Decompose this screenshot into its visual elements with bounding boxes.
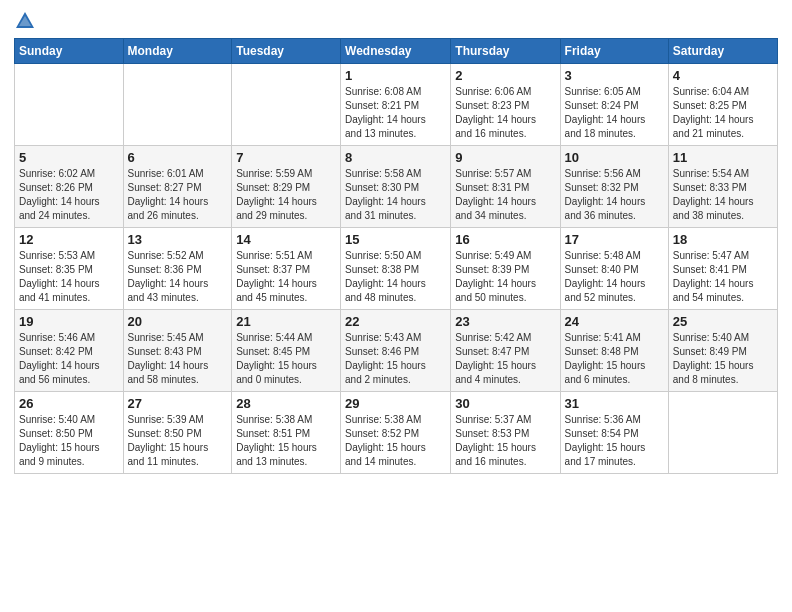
day-number: 15 bbox=[345, 232, 446, 247]
calendar-cell: 19Sunrise: 5:46 AM Sunset: 8:42 PM Dayli… bbox=[15, 310, 124, 392]
day-number: 22 bbox=[345, 314, 446, 329]
day-info: Sunrise: 5:38 AM Sunset: 8:51 PM Dayligh… bbox=[236, 413, 336, 469]
day-info: Sunrise: 5:58 AM Sunset: 8:30 PM Dayligh… bbox=[345, 167, 446, 223]
day-number: 18 bbox=[673, 232, 773, 247]
day-number: 8 bbox=[345, 150, 446, 165]
day-number: 14 bbox=[236, 232, 336, 247]
day-info: Sunrise: 6:06 AM Sunset: 8:23 PM Dayligh… bbox=[455, 85, 555, 141]
calendar-cell: 25Sunrise: 5:40 AM Sunset: 8:49 PM Dayli… bbox=[668, 310, 777, 392]
calendar-cell: 17Sunrise: 5:48 AM Sunset: 8:40 PM Dayli… bbox=[560, 228, 668, 310]
calendar-cell bbox=[232, 64, 341, 146]
day-info: Sunrise: 5:46 AM Sunset: 8:42 PM Dayligh… bbox=[19, 331, 119, 387]
calendar-cell bbox=[123, 64, 232, 146]
logo-icon bbox=[14, 10, 36, 32]
calendar-cell: 28Sunrise: 5:38 AM Sunset: 8:51 PM Dayli… bbox=[232, 392, 341, 474]
day-number: 16 bbox=[455, 232, 555, 247]
day-number: 24 bbox=[565, 314, 664, 329]
day-header: Friday bbox=[560, 39, 668, 64]
calendar-week-row: 1Sunrise: 6:08 AM Sunset: 8:21 PM Daylig… bbox=[15, 64, 778, 146]
day-number: 21 bbox=[236, 314, 336, 329]
day-number: 20 bbox=[128, 314, 228, 329]
calendar-week-row: 12Sunrise: 5:53 AM Sunset: 8:35 PM Dayli… bbox=[15, 228, 778, 310]
day-info: Sunrise: 5:40 AM Sunset: 8:49 PM Dayligh… bbox=[673, 331, 773, 387]
calendar-cell: 8Sunrise: 5:58 AM Sunset: 8:30 PM Daylig… bbox=[341, 146, 451, 228]
calendar: SundayMondayTuesdayWednesdayThursdayFrid… bbox=[14, 38, 778, 474]
day-number: 11 bbox=[673, 150, 773, 165]
calendar-cell: 5Sunrise: 6:02 AM Sunset: 8:26 PM Daylig… bbox=[15, 146, 124, 228]
calendar-cell: 27Sunrise: 5:39 AM Sunset: 8:50 PM Dayli… bbox=[123, 392, 232, 474]
day-info: Sunrise: 5:45 AM Sunset: 8:43 PM Dayligh… bbox=[128, 331, 228, 387]
day-info: Sunrise: 5:49 AM Sunset: 8:39 PM Dayligh… bbox=[455, 249, 555, 305]
calendar-cell: 4Sunrise: 6:04 AM Sunset: 8:25 PM Daylig… bbox=[668, 64, 777, 146]
day-number: 25 bbox=[673, 314, 773, 329]
calendar-cell: 1Sunrise: 6:08 AM Sunset: 8:21 PM Daylig… bbox=[341, 64, 451, 146]
day-number: 17 bbox=[565, 232, 664, 247]
day-info: Sunrise: 5:42 AM Sunset: 8:47 PM Dayligh… bbox=[455, 331, 555, 387]
calendar-cell: 7Sunrise: 5:59 AM Sunset: 8:29 PM Daylig… bbox=[232, 146, 341, 228]
calendar-week-row: 19Sunrise: 5:46 AM Sunset: 8:42 PM Dayli… bbox=[15, 310, 778, 392]
day-number: 6 bbox=[128, 150, 228, 165]
calendar-cell: 22Sunrise: 5:43 AM Sunset: 8:46 PM Dayli… bbox=[341, 310, 451, 392]
day-header: Sunday bbox=[15, 39, 124, 64]
day-info: Sunrise: 5:47 AM Sunset: 8:41 PM Dayligh… bbox=[673, 249, 773, 305]
calendar-cell: 11Sunrise: 5:54 AM Sunset: 8:33 PM Dayli… bbox=[668, 146, 777, 228]
day-number: 3 bbox=[565, 68, 664, 83]
day-info: Sunrise: 5:56 AM Sunset: 8:32 PM Dayligh… bbox=[565, 167, 664, 223]
calendar-cell: 30Sunrise: 5:37 AM Sunset: 8:53 PM Dayli… bbox=[451, 392, 560, 474]
day-info: Sunrise: 5:40 AM Sunset: 8:50 PM Dayligh… bbox=[19, 413, 119, 469]
day-info: Sunrise: 6:05 AM Sunset: 8:24 PM Dayligh… bbox=[565, 85, 664, 141]
calendar-cell: 31Sunrise: 5:36 AM Sunset: 8:54 PM Dayli… bbox=[560, 392, 668, 474]
day-header: Tuesday bbox=[232, 39, 341, 64]
day-number: 29 bbox=[345, 396, 446, 411]
day-info: Sunrise: 5:48 AM Sunset: 8:40 PM Dayligh… bbox=[565, 249, 664, 305]
day-info: Sunrise: 5:43 AM Sunset: 8:46 PM Dayligh… bbox=[345, 331, 446, 387]
day-header: Saturday bbox=[668, 39, 777, 64]
day-info: Sunrise: 5:51 AM Sunset: 8:37 PM Dayligh… bbox=[236, 249, 336, 305]
calendar-cell: 24Sunrise: 5:41 AM Sunset: 8:48 PM Dayli… bbox=[560, 310, 668, 392]
calendar-cell: 10Sunrise: 5:56 AM Sunset: 8:32 PM Dayli… bbox=[560, 146, 668, 228]
calendar-cell: 26Sunrise: 5:40 AM Sunset: 8:50 PM Dayli… bbox=[15, 392, 124, 474]
calendar-cell: 6Sunrise: 6:01 AM Sunset: 8:27 PM Daylig… bbox=[123, 146, 232, 228]
day-number: 2 bbox=[455, 68, 555, 83]
logo bbox=[14, 10, 40, 32]
calendar-cell: 23Sunrise: 5:42 AM Sunset: 8:47 PM Dayli… bbox=[451, 310, 560, 392]
day-info: Sunrise: 5:59 AM Sunset: 8:29 PM Dayligh… bbox=[236, 167, 336, 223]
day-header: Wednesday bbox=[341, 39, 451, 64]
calendar-cell: 21Sunrise: 5:44 AM Sunset: 8:45 PM Dayli… bbox=[232, 310, 341, 392]
day-info: Sunrise: 5:39 AM Sunset: 8:50 PM Dayligh… bbox=[128, 413, 228, 469]
day-number: 4 bbox=[673, 68, 773, 83]
day-info: Sunrise: 5:54 AM Sunset: 8:33 PM Dayligh… bbox=[673, 167, 773, 223]
day-info: Sunrise: 5:50 AM Sunset: 8:38 PM Dayligh… bbox=[345, 249, 446, 305]
day-info: Sunrise: 5:36 AM Sunset: 8:54 PM Dayligh… bbox=[565, 413, 664, 469]
day-info: Sunrise: 5:53 AM Sunset: 8:35 PM Dayligh… bbox=[19, 249, 119, 305]
days-header-row: SundayMondayTuesdayWednesdayThursdayFrid… bbox=[15, 39, 778, 64]
day-number: 5 bbox=[19, 150, 119, 165]
calendar-cell bbox=[668, 392, 777, 474]
calendar-cell bbox=[15, 64, 124, 146]
day-info: Sunrise: 5:41 AM Sunset: 8:48 PM Dayligh… bbox=[565, 331, 664, 387]
calendar-cell: 16Sunrise: 5:49 AM Sunset: 8:39 PM Dayli… bbox=[451, 228, 560, 310]
calendar-cell: 15Sunrise: 5:50 AM Sunset: 8:38 PM Dayli… bbox=[341, 228, 451, 310]
day-info: Sunrise: 5:38 AM Sunset: 8:52 PM Dayligh… bbox=[345, 413, 446, 469]
header bbox=[14, 10, 778, 32]
day-number: 10 bbox=[565, 150, 664, 165]
calendar-week-row: 5Sunrise: 6:02 AM Sunset: 8:26 PM Daylig… bbox=[15, 146, 778, 228]
calendar-cell: 29Sunrise: 5:38 AM Sunset: 8:52 PM Dayli… bbox=[341, 392, 451, 474]
day-info: Sunrise: 5:52 AM Sunset: 8:36 PM Dayligh… bbox=[128, 249, 228, 305]
day-header: Thursday bbox=[451, 39, 560, 64]
calendar-cell: 14Sunrise: 5:51 AM Sunset: 8:37 PM Dayli… bbox=[232, 228, 341, 310]
day-info: Sunrise: 6:01 AM Sunset: 8:27 PM Dayligh… bbox=[128, 167, 228, 223]
calendar-cell: 3Sunrise: 6:05 AM Sunset: 8:24 PM Daylig… bbox=[560, 64, 668, 146]
day-number: 26 bbox=[19, 396, 119, 411]
day-number: 27 bbox=[128, 396, 228, 411]
day-number: 9 bbox=[455, 150, 555, 165]
day-number: 23 bbox=[455, 314, 555, 329]
day-number: 1 bbox=[345, 68, 446, 83]
day-number: 7 bbox=[236, 150, 336, 165]
day-number: 31 bbox=[565, 396, 664, 411]
day-number: 13 bbox=[128, 232, 228, 247]
calendar-cell: 13Sunrise: 5:52 AM Sunset: 8:36 PM Dayli… bbox=[123, 228, 232, 310]
calendar-cell: 18Sunrise: 5:47 AM Sunset: 8:41 PM Dayli… bbox=[668, 228, 777, 310]
page: SundayMondayTuesdayWednesdayThursdayFrid… bbox=[0, 0, 792, 612]
day-number: 30 bbox=[455, 396, 555, 411]
